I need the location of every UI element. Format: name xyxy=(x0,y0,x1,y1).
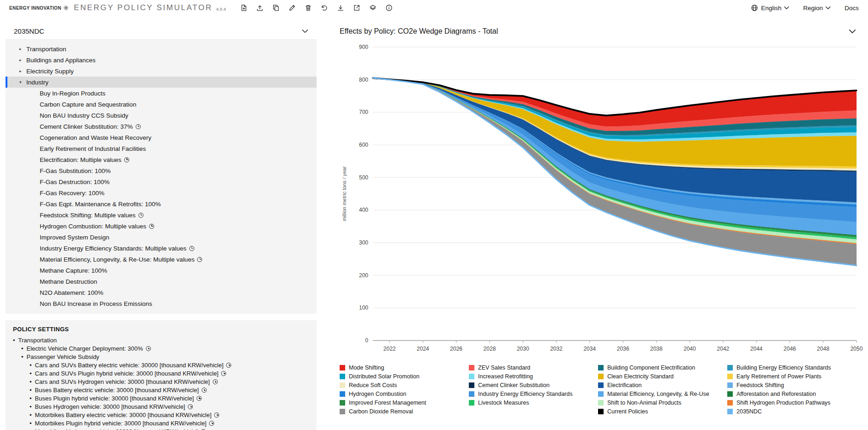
legend-item-distributed-solar-promotion: Distributed Solar Promotion xyxy=(340,373,469,380)
policy-setting-label: Motorbikes Plugin hybrid vehicle: 30000 … xyxy=(35,419,207,428)
tree-item-buildings-and-appliances[interactable]: ▸Buildings and Appliances xyxy=(6,54,317,66)
edit-icon xyxy=(288,4,296,12)
tree-item-feedstock-shifting-multiple-values[interactable]: Feedstock Shifting: Multiple values xyxy=(6,209,317,221)
legend-swatch xyxy=(727,382,733,388)
tree-item-industry-energy-efficiency-standards-multiple-values[interactable]: Industry Energy Efficiency Standards: Mu… xyxy=(6,243,317,254)
policy-setting-label: Motorbikes Hydrogen vehicle: 30000 [thou… xyxy=(35,428,198,430)
docs-link[interactable]: Docs xyxy=(844,5,859,12)
svg-text:600: 600 xyxy=(359,142,368,148)
new-scenario-button[interactable] xyxy=(239,3,249,13)
bullet-icon: • xyxy=(21,353,24,361)
legend-item-industry-energy-efficiency-standards: Industry Energy Efficiency Standards xyxy=(469,391,598,397)
legend-item-carbon-dioxide-removal: Carbon Dioxide Removal xyxy=(340,408,469,415)
chart-collapse-button[interactable] xyxy=(849,28,856,35)
policy-setting-item: •Buses Battery electric vehicle: 30000 [… xyxy=(13,386,309,394)
tree-item-electricity-supply[interactable]: ▸Electricity Supply xyxy=(6,66,317,77)
tree-item-buy-in-region-products[interactable]: Buy In-Region Products xyxy=(6,88,317,99)
legend-swatch xyxy=(340,391,345,397)
schedule-clock-icon xyxy=(214,412,219,418)
chevron-down-icon xyxy=(826,6,831,10)
legend-label: Early Retirement of Power Plants xyxy=(736,373,821,380)
scenario-name: 2035NDC xyxy=(14,27,44,35)
legend-item-electrification: Electrification xyxy=(598,382,727,388)
policy-setting-label: Cars and SUVs Plugin hybrid vehicle: 300… xyxy=(35,370,219,378)
tree-item-f-gas-recovery-100[interactable]: F-Gas Recovery: 100% xyxy=(6,187,317,198)
toolbar xyxy=(239,3,394,13)
legend-swatch xyxy=(340,400,345,406)
tree-item-transportation[interactable]: ▸Transportation xyxy=(6,43,317,54)
tree-item-label: Methane Destruction xyxy=(40,278,97,285)
region-selector[interactable]: Region xyxy=(803,5,831,12)
schedule-clock-icon xyxy=(197,257,202,262)
bullet-icon: • xyxy=(30,403,32,411)
triangle-right-icon[interactable]: ▸ xyxy=(19,69,26,73)
tree-item-f-gas-eqpt-maintenance-retrofits-100[interactable]: F-Gas Eqpt. Maintenance & Retrofits: 100… xyxy=(6,198,317,209)
main: 2035NDC ▸Transportation▸Buildings and Ap… xyxy=(0,23,868,430)
tree-item-hydrogen-combustion-multiple-values[interactable]: Hydrogen Combustion: Multiple values xyxy=(6,221,317,232)
download-button[interactable] xyxy=(335,3,346,13)
layers-icon xyxy=(369,4,377,12)
schedule-clock-icon xyxy=(221,371,226,376)
svg-text:100: 100 xyxy=(359,305,368,311)
triangle-down-icon[interactable]: ▾ xyxy=(19,80,26,84)
policy-setting-item: •Passenger Vehicle Subsidy xyxy=(13,353,309,361)
tree-item-label: Cogeneration and Waste Heat Recovery xyxy=(40,134,151,141)
legend-item-improved-forest-management: Improved Forest Management xyxy=(340,400,469,406)
upload-button[interactable] xyxy=(255,3,265,13)
policy-setting-label: Buses Plugin hybrid vehicle: 30000 [thou… xyxy=(35,394,194,403)
tree-item-industry[interactable]: ▾Industry xyxy=(6,77,317,88)
legend-item-mode-shifting: Mode Shifting xyxy=(340,364,469,371)
triangle-right-icon[interactable]: ▸ xyxy=(19,58,26,62)
tree-item-early-retirement-of-industrial-facilities[interactable]: Early Retirement of Industrial Facilitie… xyxy=(6,143,317,154)
tree-item-n2o-abatement-100[interactable]: N2O Abatement: 100% xyxy=(6,287,317,298)
tree-item-label: Electrification: Multiple values xyxy=(40,156,121,163)
language-selector[interactable]: English xyxy=(751,4,789,12)
legend-item-afforestation-and-reforestation: Afforestation and Reforestation xyxy=(727,391,856,397)
undo-button[interactable] xyxy=(319,3,329,13)
legend-label: Clean Electricity Standard xyxy=(607,373,674,380)
tree-item-methane-destruction[interactable]: Methane Destruction xyxy=(6,276,317,287)
svg-text:2030: 2030 xyxy=(517,346,529,352)
chart-panel: Effects by Policy: CO2e Wedge Diagrams -… xyxy=(317,23,868,415)
legend-label: Shift Hydrogen Production Pathways xyxy=(736,400,831,406)
tree-item-methane-capture-100[interactable]: Methane Capture: 100% xyxy=(6,265,317,276)
docs-label: Docs xyxy=(844,5,859,12)
export-button[interactable] xyxy=(352,3,362,13)
legend-item-current-policies: Current Policies xyxy=(598,408,727,415)
legend-item-building-component-electrification: Building Component Electrification xyxy=(598,364,727,371)
layers-button[interactable] xyxy=(368,3,378,13)
tree-item-label: Hydrogen Combustion: Multiple values xyxy=(40,223,146,230)
legend-item-shift-to-non-animal-products: Shift to Non-Animal Products xyxy=(598,400,727,406)
delete-button[interactable] xyxy=(303,3,313,13)
tree-item-f-gas-destruction-100[interactable]: F-Gas Destruction: 100% xyxy=(6,176,317,187)
bullet-icon: • xyxy=(30,428,32,430)
language-label: English xyxy=(761,5,781,12)
tree-item-non-bau-industry-ccs-subsidy[interactable]: Non BAU Industry CCS Subsidy xyxy=(6,110,317,121)
legend-spacer xyxy=(469,408,598,415)
legend-label: Material Efficiency, Longevity, & Re-Use xyxy=(607,391,709,397)
schedule-clock-icon xyxy=(146,346,151,351)
policy-setting-label: Passenger Vehicle Subsidy xyxy=(27,353,100,361)
tree-item-electrification-multiple-values[interactable]: Electrification: Multiple values xyxy=(6,154,317,165)
tree-item-material-efficiency-longevity-re-use-multiple-values[interactable]: Material Efficiency, Longevity, & Re-Use… xyxy=(6,254,317,265)
triangle-right-icon[interactable]: ▸ xyxy=(19,47,26,51)
legend-swatch xyxy=(727,391,733,397)
legend-label: Industry Energy Efficiency Standards xyxy=(478,391,573,397)
scenario-dropdown[interactable]: 2035NDC xyxy=(6,23,317,40)
edit-button[interactable] xyxy=(287,3,297,13)
schedule-clock-icon xyxy=(124,157,129,162)
tree-item-f-gas-substitution-100[interactable]: F-Gas Substitution: 100% xyxy=(6,165,317,176)
chevron-down-icon xyxy=(784,6,789,10)
app-title: ENERGY POLICY SIMULATOR xyxy=(74,3,212,12)
legend-swatch xyxy=(469,400,474,406)
tree-item-cogeneration-and-waste-heat-recovery[interactable]: Cogeneration and Waste Heat Recovery xyxy=(6,132,317,143)
tree-item-cement-clinker-substitution-37[interactable]: Cement Clinker Substitution: 37% xyxy=(6,121,317,132)
tree-item-non-bau-increase-in-process-emissions[interactable]: Non BAU Increase in Process Emissions xyxy=(6,298,317,309)
info-button[interactable] xyxy=(384,3,394,13)
policy-settings-title: POLICY SETTINGS xyxy=(13,326,309,333)
tree-item-carbon-capture-and-sequestration[interactable]: Carbon Capture and Sequestration xyxy=(6,99,317,110)
policy-setting-item: •Motorbikes Battery electric vehicle: 30… xyxy=(13,411,309,419)
tree-item-improved-system-design[interactable]: Improved System Design xyxy=(6,232,317,243)
duplicate-button[interactable] xyxy=(271,3,281,13)
svg-text:2046: 2046 xyxy=(784,346,796,352)
